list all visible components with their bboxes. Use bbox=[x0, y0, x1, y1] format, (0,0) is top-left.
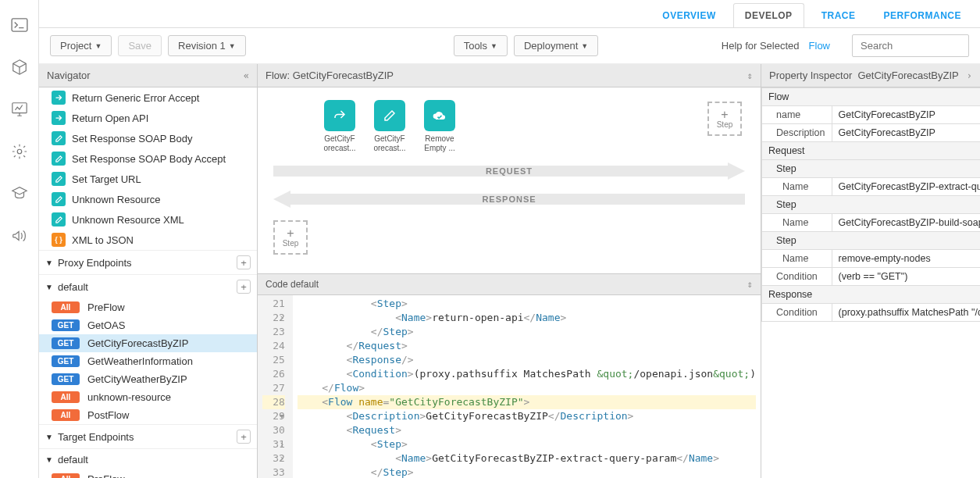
code-line[interactable]: <Response/> bbox=[298, 353, 756, 367]
proxy-flow-item[interactable]: AllPreFlow bbox=[39, 298, 257, 316]
code-line[interactable]: <Name>GetCityForecastByZIP-extract-query… bbox=[298, 451, 756, 466]
policy-label: XML to JSON bbox=[72, 234, 134, 246]
response-lane: RESPONSE bbox=[273, 191, 745, 208]
nav-section[interactable]: ▼Target Endpoints+ bbox=[39, 424, 257, 448]
flow-label: GetCityForecastByZIP bbox=[87, 337, 188, 349]
inspector-value[interactable]: GetCityForecastByZIP-build-soap bbox=[832, 214, 980, 232]
code-header: Code default ⇕ bbox=[258, 273, 761, 295]
svg-rect-1 bbox=[12, 103, 26, 113]
deployment-dropdown[interactable]: Deployment▼ bbox=[514, 35, 598, 56]
flow-editor: Flow: GetCityForecastByZIP ⇕ GetCityFore… bbox=[258, 64, 761, 478]
policy-label: Return Generic Error Accept bbox=[72, 92, 199, 104]
inspector-value[interactable]: GetCityForecastByZIP bbox=[832, 106, 980, 124]
help-label: Help for Selected bbox=[722, 40, 800, 52]
proxy-flow-item[interactable]: GETGetCityWeatherByZIP bbox=[39, 370, 257, 388]
code-line[interactable]: <Request> bbox=[298, 423, 756, 437]
tab-trace[interactable]: TRACE bbox=[811, 4, 867, 27]
flow-label: GetOAS bbox=[87, 319, 125, 331]
inspector-value[interactable]: GetCityForecastByZIP-extract-qu bbox=[832, 178, 980, 196]
proxy-flow-item[interactable]: GETGetWeatherInformation bbox=[39, 352, 257, 370]
tab-overview[interactable]: OVERVIEW bbox=[651, 4, 726, 27]
inspector-value[interactable]: (proxy.pathsuffix MatchesPath "/c bbox=[832, 304, 980, 322]
inspector-value[interactable]: GetCityForecastByZIP bbox=[832, 124, 980, 142]
flow-step[interactable]: GetCityForecast... bbox=[320, 100, 359, 153]
proxy-flow-item[interactable]: AllPostFlow bbox=[39, 406, 257, 424]
policy-label: Unknown Resource XML bbox=[72, 214, 184, 226]
code-line[interactable]: </Request> bbox=[298, 339, 756, 353]
analytics-icon[interactable] bbox=[10, 100, 29, 119]
target-flow-item[interactable]: AllPreFlow bbox=[39, 470, 257, 478]
announce-icon[interactable] bbox=[10, 227, 29, 245]
edit-icon bbox=[52, 131, 66, 145]
gear-icon[interactable] bbox=[10, 142, 29, 161]
proxy-flow-item[interactable]: GETGetOAS bbox=[39, 316, 257, 334]
step-label: RemoveEmpty ... bbox=[424, 134, 454, 153]
code-line[interactable]: </Flow> bbox=[298, 381, 756, 395]
proxy-flow-item[interactable]: Allunknown-resource bbox=[39, 388, 257, 406]
add-step-response[interactable]: + Step bbox=[273, 220, 308, 255]
code-line[interactable]: <Flow name="GetCityForecastByZIP"> bbox=[298, 395, 756, 409]
policy-item[interactable]: Return Open API bbox=[39, 108, 257, 128]
proxy-flow-item[interactable]: GETGetCityForecastByZIP bbox=[39, 334, 257, 352]
code-line[interactable]: <Condition>(proxy.pathsuffix MatchesPath… bbox=[298, 367, 756, 381]
code-line[interactable]: <Step> bbox=[298, 297, 756, 311]
flow-expand-icon[interactable]: ⇕ bbox=[747, 70, 753, 81]
step-label: GetCityForecast... bbox=[373, 134, 405, 153]
code-line[interactable]: <Step> bbox=[298, 437, 756, 451]
tab-performance[interactable]: PERFORMANCE bbox=[872, 4, 972, 27]
code-editor[interactable]: 21 ›22232425262728 ▾2930 ›31 ›323334 ›35… bbox=[258, 295, 761, 478]
policy-label: Set Target URL bbox=[72, 173, 141, 185]
policy-item[interactable]: Unknown Resource XML bbox=[39, 209, 257, 230]
add-step-request[interactable]: + Step bbox=[707, 102, 742, 136]
json-icon: { } bbox=[52, 233, 66, 247]
tab-develop[interactable]: DEVELOP bbox=[733, 3, 804, 27]
revision-dropdown[interactable]: Revision 1▼ bbox=[168, 35, 246, 56]
flow-step[interactable]: GetCityForecast... bbox=[370, 100, 409, 153]
edit-icon bbox=[52, 172, 66, 186]
nav-section[interactable]: ▼default bbox=[39, 448, 257, 470]
inspector-value[interactable]: (verb == "GET") bbox=[832, 268, 980, 286]
svg-rect-0 bbox=[12, 19, 27, 31]
add-button[interactable]: + bbox=[237, 255, 251, 269]
inspector-value[interactable]: remove-empty-nodes bbox=[832, 250, 980, 268]
policy-item[interactable]: Return Generic Error Accept bbox=[39, 87, 257, 108]
nav-section[interactable]: ▼Proxy Endpoints+ bbox=[39, 250, 257, 274]
policy-item[interactable]: { }XML to JSON bbox=[39, 230, 257, 250]
method-badge: GET bbox=[52, 319, 80, 331]
policy-item[interactable]: Unknown Resource bbox=[39, 189, 257, 209]
policy-label: Return Open API bbox=[72, 112, 148, 124]
collapse-icon[interactable]: « bbox=[244, 70, 249, 81]
policy-label: Unknown Resource bbox=[72, 194, 160, 205]
flow-help-link[interactable]: Flow bbox=[809, 40, 830, 52]
learn-icon[interactable] bbox=[10, 184, 29, 203]
inspector-section: Flow bbox=[762, 88, 981, 106]
flow-step[interactable]: RemoveEmpty ... bbox=[420, 100, 459, 153]
add-button[interactable]: + bbox=[237, 430, 251, 444]
save-button[interactable]: Save bbox=[118, 35, 162, 56]
code-line[interactable]: <Name>return-open-api</Name> bbox=[298, 311, 756, 325]
nav-section[interactable]: ▼default+ bbox=[39, 274, 257, 298]
code-line[interactable]: <Description>GetCityForecastByZIP</Descr… bbox=[298, 409, 756, 423]
arrow-icon bbox=[52, 111, 66, 125]
code-line[interactable]: </Step> bbox=[298, 325, 756, 339]
step-label: GetCityForecast... bbox=[323, 134, 355, 153]
code-line[interactable]: </Step> bbox=[298, 466, 756, 478]
project-dropdown[interactable]: Project▼ bbox=[50, 35, 112, 56]
tools-dropdown[interactable]: Tools▼ bbox=[454, 35, 508, 56]
share-icon bbox=[324, 100, 355, 131]
toolbar: Project▼ Save Revision 1▼ Tools▼ Deploym… bbox=[39, 28, 980, 64]
property-inspector: Property Inspector GetCityForecastByZIP … bbox=[761, 64, 980, 478]
policy-item[interactable]: Set Response SOAP Body Accept bbox=[39, 148, 257, 169]
inspector-key: Condition bbox=[762, 268, 832, 286]
package-icon[interactable] bbox=[10, 58, 29, 77]
inspector-collapse-icon[interactable]: › bbox=[967, 70, 972, 81]
policy-item[interactable]: Set Target URL bbox=[39, 169, 257, 189]
flow-label: PostFlow bbox=[87, 409, 129, 421]
policy-label: Set Response SOAP Body bbox=[72, 133, 192, 144]
search-input[interactable] bbox=[852, 34, 969, 57]
inspector-section: Request bbox=[762, 142, 981, 160]
terminal-icon[interactable] bbox=[10, 16, 29, 34]
policy-item[interactable]: Set Response SOAP Body bbox=[39, 128, 257, 148]
code-expand-icon[interactable]: ⇕ bbox=[747, 279, 753, 290]
add-button[interactable]: + bbox=[237, 280, 251, 294]
